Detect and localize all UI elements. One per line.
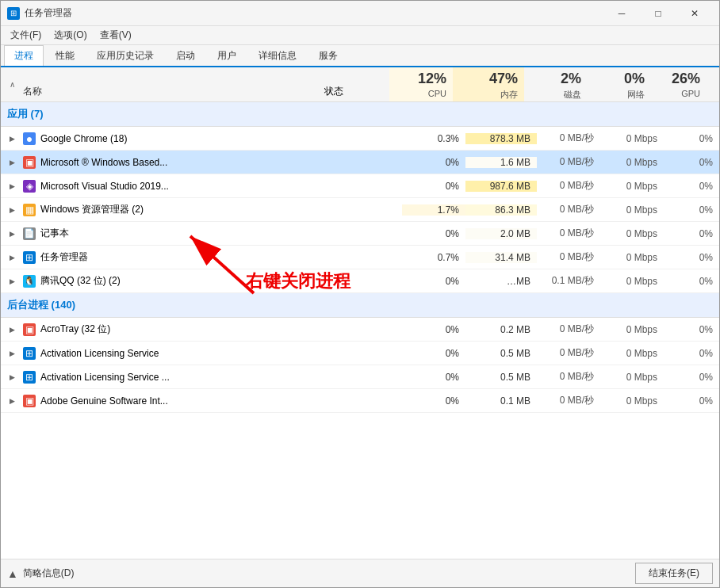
end-task-button[interactable]: 结束任务(E) [635, 563, 713, 584]
row-name-cell: ◈ Microsoft Visual Studio 2019... [17, 180, 331, 193]
row-mem: 0.5 MB [465, 372, 537, 383]
table-row[interactable]: ▶ 📄 记事本 0% 2.0 MB 0 MB/秒 0 Mbps 0% [1, 222, 719, 246]
row-net: 0 Mbps [600, 252, 664, 263]
table-row[interactable]: ▶ 🐧 腾讯QQ (32 位) (2) 0% …MB 0.1 MB/秒 0 Mb… [1, 269, 719, 293]
row-cpu: 0% [402, 395, 465, 407]
table-row[interactable]: ▶ ▣ Adobe Genuine Software Int... 0% 0.1… [1, 389, 719, 413]
row-name-cell: 📄 记事本 [17, 227, 331, 240]
col-header-cpu[interactable]: 12% CPU [389, 67, 453, 101]
expand-icon[interactable]: ▶ [1, 326, 17, 334]
tab-process[interactable]: 进程 [4, 45, 44, 66]
row-cpu: 0% [402, 372, 465, 383]
expand-icon[interactable]: ▶ [1, 158, 17, 166]
row-name-cell: ⊞ Activation Licensing Service [17, 347, 331, 360]
window-title: 任务管理器 [25, 6, 72, 20]
sort-indicator[interactable]: ∧ [1, 80, 17, 89]
row-disk: 0 MB/秒 [537, 132, 600, 145]
close-button[interactable]: ✕ [676, 1, 713, 26]
row-net: 0 Mbps [600, 276, 664, 287]
status-label[interactable]: 简略信息(D) [23, 567, 75, 580]
row-name-cell: ▦ Windows 资源管理器 (2) [17, 203, 331, 216]
section-apps: 应用 (7) [1, 102, 719, 127]
expand-icon[interactable]: ▶ [1, 349, 17, 357]
row-gpu: 0% [664, 252, 719, 263]
expand-icon[interactable]: ▶ [1, 373, 17, 381]
expand-icon[interactable]: ▶ [1, 206, 17, 214]
maximize-button[interactable]: □ [640, 1, 676, 26]
process-name: Microsoft Visual Studio 2019... [40, 181, 169, 192]
tab-app-history[interactable]: 应用历史记录 [86, 45, 164, 66]
table-row[interactable]: ▶ ⊞ Activation Licensing Service ... 0% … [1, 365, 719, 389]
table-row[interactable]: ▶ ● Google Chrome (18) 0.3% 878.3 MB 0 M… [1, 127, 719, 151]
row-net: 0 Mbps [600, 204, 664, 216]
menu-options[interactable]: 选项(O) [48, 27, 93, 44]
row-mem: 0.5 MB [465, 348, 537, 359]
row-net: 0 Mbps [600, 133, 664, 144]
row-disk: 0 MB/秒 [537, 346, 600, 360]
row-name-cell: ▣ Adobe Genuine Software Int... [17, 395, 331, 407]
expand-icon[interactable]: ▶ [1, 254, 17, 262]
col-header-mem[interactable]: 47% 内存 [453, 67, 524, 101]
table-row[interactable]: ▶ ⊞ Activation Licensing Service 0% 0.5 … [1, 342, 719, 365]
expand-icon[interactable]: ▶ [1, 182, 17, 190]
menu-view[interactable]: 查看(V) [94, 27, 138, 44]
table-container: ∧ 名称 状态 12% CPU 47% 内存 2% 磁盘 [1, 67, 719, 559]
menu-file[interactable]: 文件(F) [4, 27, 48, 44]
process-name: Activation Licensing Service ... [40, 372, 170, 383]
process-name: Microsoft ® Windows Based... [40, 157, 167, 168]
row-cpu: 0% [402, 324, 465, 335]
row-cpu: 0% [402, 181, 465, 192]
expand-icon[interactable]: ▶ [1, 230, 17, 238]
row-name-cell: ⊞ 任务管理器 [17, 250, 331, 264]
title-bar: ⊞ 任务管理器 ─ □ ✕ [1, 1, 719, 26]
row-mem: 878.3 MB [465, 133, 537, 144]
table-row[interactable]: ▶ ▣ Microsoft ® Windows Based... 0% 1.6 … [1, 151, 719, 174]
row-mem: 31.4 MB [465, 252, 537, 263]
tab-users[interactable]: 用户 [207, 45, 247, 66]
table-row[interactable]: ▶ ▦ Windows 资源管理器 (2) 1.7% 86.3 MB 0 MB/… [1, 198, 719, 222]
process-name: AcroTray (32 位) [40, 323, 110, 336]
table-row[interactable]: ▶ ⊞ 任务管理器 0.7% 31.4 MB 0 MB/秒 0 Mbps 0% [1, 246, 719, 269]
expand-icon[interactable]: ▶ [1, 277, 17, 285]
window-icon: ⊞ [7, 7, 20, 20]
table-body[interactable]: 应用 (7) ▶ ● Google Chrome (18) 0.3% 878.3… [1, 102, 719, 559]
row-gpu: 0% [664, 324, 719, 335]
row-gpu: 0% [664, 348, 719, 359]
process-icon: ◈ [23, 180, 36, 193]
table-row[interactable]: ▶ ◈ Microsoft Visual Studio 2019... 0% 9… [1, 174, 719, 198]
row-net: 0 Mbps [600, 395, 664, 407]
col-header-net[interactable]: 0% 网络 [588, 67, 651, 101]
row-gpu: 0% [664, 276, 719, 287]
status-arrow-icon[interactable]: ▲ [7, 567, 18, 580]
row-mem: 1.6 MB [465, 157, 537, 168]
tab-startup[interactable]: 启动 [166, 45, 205, 66]
row-net: 0 Mbps [600, 181, 664, 192]
row-gpu: 0% [664, 395, 719, 407]
expand-icon[interactable]: ▶ [1, 397, 17, 405]
process-icon: ⊞ [23, 371, 36, 384]
process-icon: ▣ [23, 323, 36, 336]
row-mem: 987.6 MB [465, 181, 537, 192]
process-name: Google Chrome (18) [40, 133, 127, 144]
col-header-status[interactable]: 状态 [318, 67, 389, 101]
tabs-bar: 进程 性能 应用历史记录 启动 用户 详细信息 服务 [1, 45, 719, 67]
process-name: 腾讯QQ (32 位) (2) [40, 274, 121, 288]
col-header-gpu[interactable]: 26% GPU [651, 67, 707, 101]
col-header-name[interactable]: 名称 [17, 67, 318, 101]
row-mem: 0.1 MB [465, 395, 537, 407]
tab-details[interactable]: 详细信息 [248, 45, 307, 66]
row-disk: 0 MB/秒 [537, 370, 600, 384]
task-manager-window: ⊞ 任务管理器 ─ □ ✕ 文件(F) 选项(O) 查看(V) 进程 性能 应用… [0, 0, 720, 588]
row-cpu: 0.7% [402, 252, 465, 263]
process-icon: ⊞ [23, 251, 36, 264]
tab-performance[interactable]: 性能 [45, 45, 85, 66]
status-bar: ▲ 简略信息(D) 结束任务(E) [1, 559, 719, 587]
table-row[interactable]: ▶ ▣ AcroTray (32 位) 0% 0.2 MB 0 MB/秒 0 M… [1, 318, 719, 342]
tab-services[interactable]: 服务 [308, 45, 348, 66]
col-header-disk[interactable]: 2% 磁盘 [524, 67, 588, 101]
row-net: 0 Mbps [600, 324, 664, 335]
expand-icon[interactable]: ▶ [1, 135, 17, 143]
row-disk: 0 MB/秒 [537, 250, 600, 264]
minimize-button[interactable]: ─ [603, 1, 640, 26]
row-name-cell: ▣ AcroTray (32 位) [17, 323, 331, 336]
